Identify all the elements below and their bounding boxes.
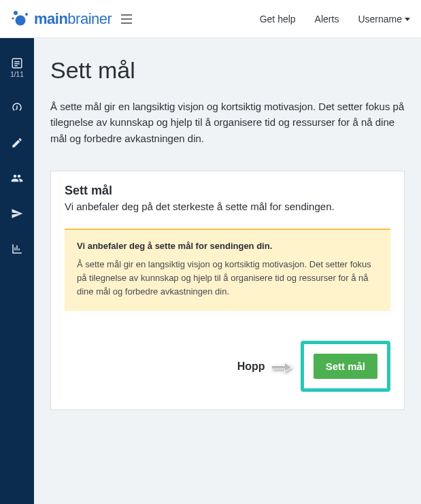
bar-chart-icon xyxy=(11,243,23,255)
card-subtitle: Vi anbefaler deg på det sterkeste å sett… xyxy=(65,201,390,212)
sidebar-send[interactable] xyxy=(0,207,34,220)
alert-body: Å sette mål gir en langsiktig visjon og … xyxy=(77,258,378,299)
pencil-icon xyxy=(11,137,23,149)
svg-point-2 xyxy=(25,13,28,16)
gauge-icon xyxy=(11,101,23,114)
main-content: Sett mål Å sette mål gir en langsiktig v… xyxy=(34,38,421,504)
page-title: Sett mål xyxy=(50,57,405,84)
list-icon xyxy=(11,57,23,69)
menu-toggle-icon[interactable] xyxy=(121,14,132,24)
alert-title: Vi anbefaler deg å sette mål for sending… xyxy=(77,241,378,251)
brand-logo: mainbrainer xyxy=(11,10,112,29)
alerts-link[interactable]: Alerts xyxy=(315,14,339,24)
highlight-box: Sett mål xyxy=(301,341,390,392)
paper-plane-icon xyxy=(11,207,23,220)
page-intro: Å sette mål gir en langsiktig visjon og … xyxy=(50,99,405,146)
username-label: Username xyxy=(358,14,402,24)
step-count: 1/11 xyxy=(10,71,23,78)
sidebar-people[interactable] xyxy=(0,172,34,184)
logo-mark-icon xyxy=(11,10,30,29)
skip-button[interactable]: Hopp xyxy=(237,360,265,373)
header-nav: Get help Alerts Username xyxy=(260,14,410,24)
svg-point-1 xyxy=(14,11,18,15)
app-header: mainbrainer Get help Alerts Username xyxy=(0,0,421,38)
svg-point-0 xyxy=(16,15,26,25)
sidebar-dashboard[interactable] xyxy=(0,101,34,114)
sidebar-edit[interactable] xyxy=(0,137,34,149)
sidebar-analytics[interactable] xyxy=(0,243,34,255)
goal-card: Sett mål Vi anbefaler deg på det sterkes… xyxy=(50,171,405,410)
get-help-link[interactable]: Get help xyxy=(260,14,296,24)
recommendation-alert: Vi anbefaler deg å sette mål for sending… xyxy=(65,229,390,311)
brand-name: mainbrainer xyxy=(34,10,112,28)
sidebar: 1/11 xyxy=(0,38,34,504)
sidebar-step-indicator[interactable]: 1/11 xyxy=(0,57,34,78)
card-footer: Hopp Sett mål xyxy=(65,341,390,392)
set-goal-button[interactable]: Sett mål xyxy=(314,354,377,379)
user-menu[interactable]: Username xyxy=(358,14,410,24)
people-icon xyxy=(11,172,23,184)
svg-point-3 xyxy=(12,17,14,19)
chevron-down-icon xyxy=(405,18,410,21)
card-title: Sett mål xyxy=(65,184,390,198)
arrow-right-icon xyxy=(272,361,294,372)
